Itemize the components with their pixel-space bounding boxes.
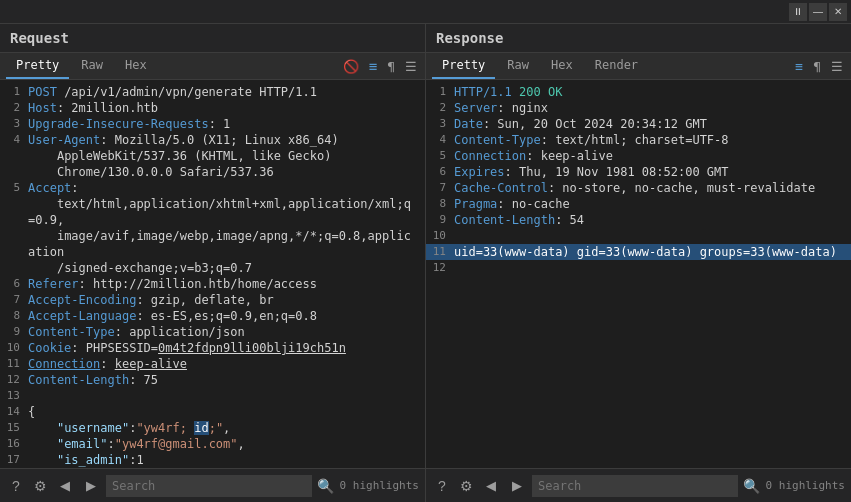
table-row: 11 uid=33(www-data) gid=33(www-data) gro… (426, 244, 851, 260)
para-icon[interactable]: ¶ (385, 57, 397, 76)
tab-raw-response[interactable]: Raw (497, 53, 539, 79)
table-row: 13 (0, 388, 425, 404)
status-bar: ? ⚙ ◀ ▶ 🔍 0 highlights ? ⚙ ◀ ▶ 🔍 0 highl… (0, 468, 851, 502)
request-prev-button[interactable]: ◀ (54, 475, 76, 497)
table-row: 3 Upgrade-Insecure-Requests: 1 (0, 116, 425, 132)
minimize-button[interactable]: — (809, 3, 827, 21)
tab-hex-response[interactable]: Hex (541, 53, 583, 79)
request-next-button[interactable]: ▶ (80, 475, 102, 497)
response-panel: Response Pretty Raw Hex Render ≡ ¶ ☰ 1 H… (426, 24, 851, 468)
wrap-icon[interactable]: ≡ (367, 56, 379, 76)
request-search-icon: 🔍 (316, 476, 336, 496)
response-search-input[interactable] (532, 475, 738, 497)
tab-pretty-request[interactable]: Pretty (6, 53, 69, 79)
table-row: 17 "is_admin":1 (0, 452, 425, 468)
table-row: 4 Content-Type: text/html; charset=UTF-8 (426, 132, 851, 148)
response-para-icon[interactable]: ¶ (811, 57, 823, 76)
request-help-button[interactable]: ? (6, 476, 26, 496)
request-header: Request (0, 24, 425, 53)
request-highlights-badge: 0 highlights (340, 479, 419, 492)
response-help-button[interactable]: ? (432, 476, 452, 496)
request-panel: Request Pretty Raw Hex 🚫 ≡ ¶ ☰ 1 POST /a… (0, 24, 426, 468)
table-row: 3 Date: Sun, 20 Oct 2024 20:34:12 GMT (426, 116, 851, 132)
response-code-area: 1 HTTP/1.1 200 OK 2 Server: nginx 3 Date… (426, 80, 851, 468)
tab-raw-request[interactable]: Raw (71, 53, 113, 79)
request-settings-button[interactable]: ⚙ (30, 476, 50, 496)
table-row: 4 User-Agent: Mozilla/5.0 (X11; Linux x8… (0, 132, 425, 180)
table-row: 9 Content-Length: 54 (426, 212, 851, 228)
table-row: 16 "email":"yw4rf@gmail.com", (0, 436, 425, 452)
pause-button[interactable]: ⏸ (789, 3, 807, 21)
response-next-button[interactable]: ▶ (506, 475, 528, 497)
table-row: 14 { (0, 404, 425, 420)
request-title: Request (10, 30, 69, 46)
request-search-input[interactable] (106, 475, 312, 497)
table-row: 8 Pragma: no-cache (426, 196, 851, 212)
response-tabs-bar: Pretty Raw Hex Render ≡ ¶ ☰ (426, 53, 851, 80)
table-row: 2 Server: nginx (426, 100, 851, 116)
request-status-section: ? ⚙ ◀ ▶ 🔍 0 highlights (0, 469, 426, 502)
close-button[interactable]: ✕ (829, 3, 847, 21)
table-row: 15 "username":"yw4rf; id;", (0, 420, 425, 436)
table-row: 12 (426, 260, 851, 276)
response-status-section: ? ⚙ ◀ ▶ 🔍 0 highlights (426, 469, 851, 502)
response-header: Response (426, 24, 851, 53)
table-row: 1 POST /api/v1/admin/vpn/generate HTTP/1… (0, 84, 425, 100)
response-wrap-icon[interactable]: ≡ (793, 57, 805, 76)
table-row: 12 Content-Length: 75 (0, 372, 425, 388)
table-row: 10 (426, 228, 851, 244)
tab-hex-request[interactable]: Hex (115, 53, 157, 79)
response-title: Response (436, 30, 503, 46)
table-row: 6 Expires: Thu, 19 Nov 1981 08:52:00 GMT (426, 164, 851, 180)
table-row: 11 Connection: keep-alive (0, 356, 425, 372)
table-row: 10 Cookie: PHPSESSID=0m4t2fdpn9lli00blji… (0, 340, 425, 356)
table-row: 7 Cache-Control: no-store, no-cache, mus… (426, 180, 851, 196)
table-row: 8 Accept-Language: es-ES,es;q=0.9,en;q=0… (0, 308, 425, 324)
table-row: 5 Accept: text/html,application/xhtml+xm… (0, 180, 425, 276)
no-wrap-icon[interactable]: 🚫 (341, 57, 361, 76)
tab-render-response[interactable]: Render (585, 53, 648, 79)
response-search-icon: 🔍 (742, 476, 762, 496)
menu-icon[interactable]: ☰ (403, 57, 419, 76)
request-tabs-bar: Pretty Raw Hex 🚫 ≡ ¶ ☰ (0, 53, 425, 80)
table-row: 6 Referer: http://2million.htb/home/acce… (0, 276, 425, 292)
response-menu-icon[interactable]: ☰ (829, 57, 845, 76)
table-row: 1 HTTP/1.1 200 OK (426, 84, 851, 100)
table-row: 5 Connection: keep-alive (426, 148, 851, 164)
table-row: 7 Accept-Encoding: gzip, deflate, br (0, 292, 425, 308)
response-highlights-badge: 0 highlights (766, 479, 845, 492)
response-prev-button[interactable]: ◀ (480, 475, 502, 497)
table-row: 9 Content-Type: application/json (0, 324, 425, 340)
tab-pretty-response[interactable]: Pretty (432, 53, 495, 79)
response-settings-button[interactable]: ⚙ (456, 476, 476, 496)
request-code-area: 1 POST /api/v1/admin/vpn/generate HTTP/1… (0, 80, 425, 468)
table-row: 2 Host: 2million.htb (0, 100, 425, 116)
